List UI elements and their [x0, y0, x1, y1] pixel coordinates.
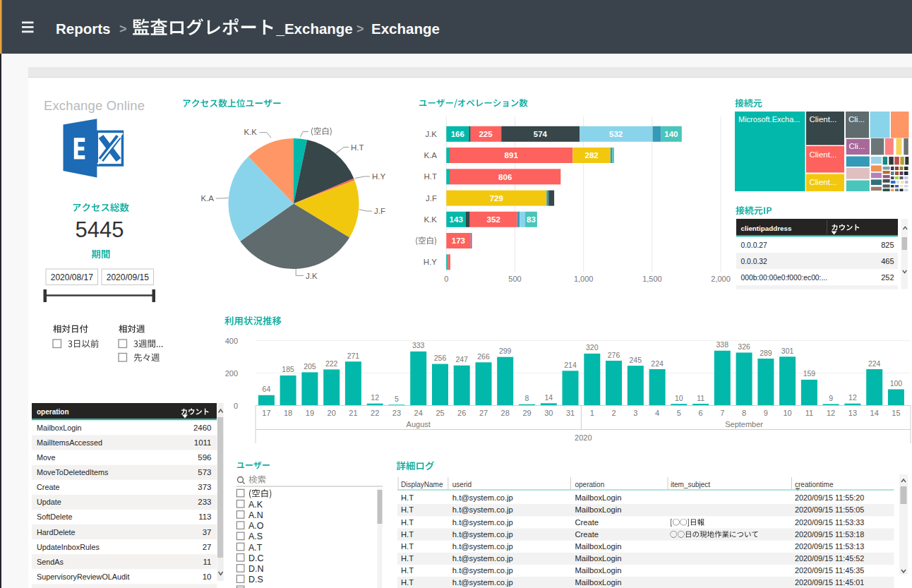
svg-text:operation: operation [575, 481, 605, 488]
svg-text:7: 7 [720, 409, 724, 417]
svg-text:Cli...: Cli... [849, 142, 865, 150]
svg-text:A.O: A.O [248, 521, 264, 531]
svg-text:301: 301 [781, 347, 794, 355]
svg-text:H.T: H.T [401, 542, 414, 551]
svg-text:5445: 5445 [76, 217, 124, 242]
svg-text:233: 233 [198, 498, 211, 506]
svg-text:Client...: Client... [810, 115, 837, 124]
svg-text:222: 222 [325, 359, 338, 368]
svg-text:276: 276 [608, 351, 620, 359]
svg-text:Update: Update [37, 498, 61, 506]
svg-text:9: 9 [764, 409, 768, 417]
svg-text:K.A: K.A [200, 194, 214, 203]
svg-text:>: > [119, 22, 127, 36]
svg-text:18: 18 [284, 409, 292, 417]
svg-text:5: 5 [677, 409, 681, 417]
svg-text:MailboxLogin: MailboxLogin [575, 554, 622, 563]
svg-text:J.K: J.K [425, 130, 437, 138]
svg-text:H.T: H.T [401, 530, 414, 539]
svg-text:500: 500 [508, 275, 521, 283]
svg-text:224: 224 [868, 359, 881, 368]
svg-text:9: 9 [829, 394, 833, 402]
svg-text:UpdateInboxRules: UpdateInboxRules [37, 543, 100, 551]
svg-text:100: 100 [890, 379, 903, 388]
svg-text:3: 3 [633, 409, 637, 417]
svg-text:creationtime: creationtime [795, 481, 834, 488]
svg-text:326: 326 [738, 342, 750, 351]
svg-text:0: 0 [234, 402, 238, 410]
svg-text:J.K: J.K [306, 272, 318, 280]
svg-text:29: 29 [522, 409, 531, 417]
svg-text:200: 200 [225, 369, 238, 378]
svg-text:A.K: A.K [248, 500, 263, 510]
svg-text:64: 64 [263, 385, 271, 393]
svg-text:282: 282 [585, 151, 599, 160]
svg-text:September: September [725, 420, 763, 428]
svg-text:h.t@system.co.jp: h.t@system.co.jp [452, 505, 513, 514]
svg-text:H.T: H.T [424, 172, 437, 181]
svg-text:8: 8 [742, 409, 746, 417]
svg-text:h.t@system.co.jp: h.t@system.co.jp [452, 518, 513, 527]
svg-text:A.S: A.S [248, 532, 263, 541]
svg-text:256: 256 [434, 354, 447, 362]
svg-text:27: 27 [203, 543, 212, 551]
svg-text:247: 247 [455, 355, 468, 364]
svg-text:25: 25 [436, 409, 444, 417]
svg-text:MailboxLogin: MailboxLogin [575, 542, 622, 551]
svg-text:225: 225 [479, 130, 493, 138]
svg-text:H.T: H.T [401, 578, 414, 587]
svg-text:h.t@system.co.jp: h.t@system.co.jp [452, 542, 513, 551]
svg-text:17: 17 [262, 409, 270, 417]
svg-text:DisplayName: DisplayName [401, 481, 443, 488]
svg-text:_Exchange: _Exchange [276, 20, 353, 37]
svg-text:MailboxLogin: MailboxLogin [575, 493, 622, 502]
svg-text:H.Y: H.Y [424, 258, 438, 266]
svg-text:400: 400 [225, 337, 238, 345]
svg-text:MailboxLogin: MailboxLogin [575, 578, 622, 587]
svg-text:0.0.0.32: 0.0.0.32 [741, 258, 767, 265]
svg-text:J.F: J.F [426, 194, 437, 203]
svg-text:12: 12 [371, 393, 379, 402]
svg-text:2020/09/15 11:45:35: 2020/09/15 11:45:35 [795, 566, 864, 575]
svg-text:MoveToDeletedItems: MoveToDeletedItems [37, 468, 109, 476]
svg-text:573: 573 [198, 468, 211, 476]
svg-text:J.F: J.F [374, 207, 385, 215]
svg-text:143: 143 [450, 215, 463, 224]
svg-text:266: 266 [477, 352, 490, 361]
svg-text:0: 0 [444, 275, 448, 283]
svg-text:2020/09/15 11:53:33: 2020/09/15 11:53:33 [795, 518, 864, 527]
svg-text:19: 19 [306, 409, 314, 417]
svg-text:MailboxLogin: MailboxLogin [37, 424, 82, 432]
svg-text:14: 14 [870, 409, 879, 417]
svg-text:2020/09/15 11:55:05: 2020/09/15 11:55:05 [795, 505, 864, 514]
svg-text:K.A: K.A [424, 151, 437, 160]
svg-text:2020: 2020 [575, 433, 592, 442]
svg-text:2020/09/15 11:45:01: 2020/09/15 11:45:01 [795, 578, 864, 587]
svg-text:320: 320 [586, 343, 599, 352]
svg-text:D.S: D.S [248, 575, 263, 584]
svg-text:Microsoft.Excha...: Microsoft.Excha... [738, 115, 800, 124]
svg-text:173: 173 [452, 236, 465, 245]
svg-text:MailItemsAccessed: MailItemsAccessed [37, 438, 102, 447]
svg-text:>: > [356, 22, 364, 36]
svg-text:userid: userid [452, 481, 472, 488]
svg-text:352: 352 [487, 215, 500, 224]
svg-text:000b:00:00e0:f000:ec00:...: 000b:00:00e0:f000:ec00:... [741, 274, 828, 282]
svg-text:H.T: H.T [351, 143, 364, 152]
svg-text:Cli...: Cli... [848, 115, 865, 124]
svg-text:465: 465 [881, 257, 894, 265]
svg-text:1,000: 1,000 [574, 275, 594, 283]
svg-text:10: 10 [675, 394, 683, 402]
svg-text:A.N: A.N [248, 510, 263, 520]
svg-text:252: 252 [881, 273, 894, 282]
svg-text:Exchange: Exchange [371, 20, 440, 37]
svg-text:22: 22 [371, 409, 379, 417]
svg-text:23: 23 [392, 409, 401, 417]
svg-text:operation: operation [37, 408, 69, 416]
svg-text:h.t@system.co.jp: h.t@system.co.jp [452, 554, 513, 563]
svg-text:6: 6 [699, 409, 703, 417]
svg-text:1011: 1011 [194, 438, 212, 447]
svg-text:10: 10 [783, 409, 791, 417]
svg-text:26: 26 [457, 409, 466, 417]
svg-text:31: 31 [566, 409, 575, 417]
